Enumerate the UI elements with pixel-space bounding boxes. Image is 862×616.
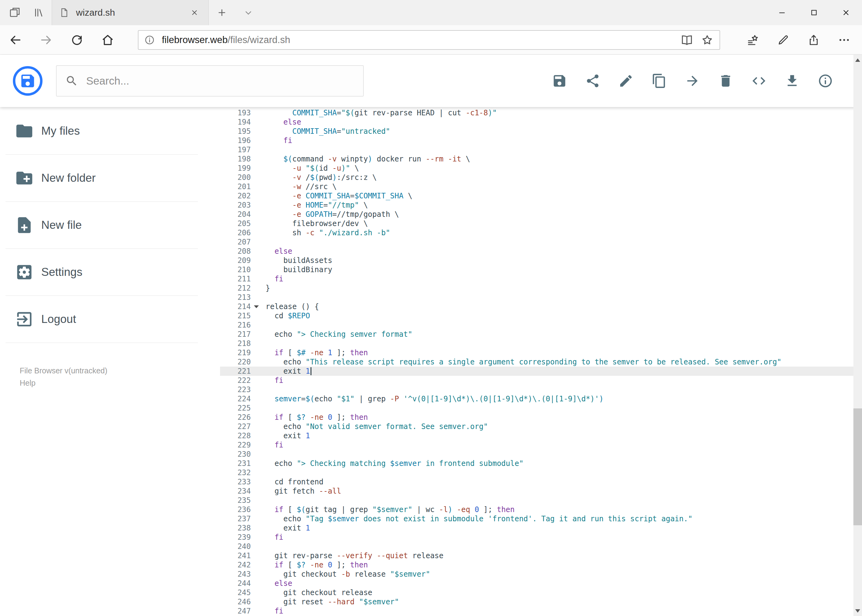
help-link[interactable]: Help — [20, 377, 220, 389]
code-line-202[interactable]: 202 -e COMMIT_SHA=$COMMIT_SHA \ — [220, 191, 862, 201]
scrollbar-thumb[interactable] — [853, 409, 862, 525]
share-page-button[interactable] — [798, 25, 829, 55]
code-line-226[interactable]: 226 if [ $? -ne 0 ]; then — [220, 413, 862, 422]
code-line-233[interactable]: 233 cd frontend — [220, 477, 862, 487]
code-line-196[interactable]: 196 fi — [220, 136, 862, 145]
back-button[interactable] — [0, 25, 31, 55]
code-line-231[interactable]: 231 echo "> Checking matching $semver in… — [220, 459, 862, 468]
code-line-237[interactable]: 237 echo "Tag $semver does not exist in … — [220, 514, 862, 523]
code-line-228[interactable]: 228 exit 1 — [220, 431, 862, 440]
code-line-210[interactable]: 210 buildBinary — [220, 265, 862, 274]
sidebar-item-new-file[interactable]: New file — [0, 202, 220, 248]
new-tab-button[interactable] — [209, 0, 235, 25]
search-input[interactable]: Search... — [56, 65, 364, 97]
code-line-244[interactable]: 244 else — [220, 579, 862, 588]
reading-view-icon[interactable] — [680, 33, 694, 47]
code-line-229[interactable]: 229 fi — [220, 440, 862, 449]
sidebar-item-my-files[interactable]: My files — [0, 108, 220, 154]
code-line-223[interactable]: 223 — [220, 385, 862, 394]
code-line-195[interactable]: 195 COMMIT_SHA="untracked" — [220, 127, 862, 136]
sidebar-item-settings[interactable]: Settings — [0, 249, 220, 295]
browser-tab-active[interactable]: wizard.sh — [52, 0, 209, 25]
tab-close-button[interactable] — [188, 6, 202, 20]
web-note-button[interactable] — [768, 25, 798, 55]
code-line-217[interactable]: 217 echo "> Checking semver format" — [220, 330, 862, 339]
code-line-219[interactable]: 219 if [ $# -ne 1 ]; then — [220, 348, 862, 357]
code-line-227[interactable]: 227 echo "Not valid semver format. See s… — [220, 422, 862, 431]
code-line-213[interactable]: 213 — [220, 293, 862, 302]
code-line-221[interactable]: 221 exit 1 — [220, 366, 862, 376]
code-line-206[interactable]: 206 sh -c "./wizard.sh -b" — [220, 228, 862, 237]
sidebar-item-logout[interactable]: Logout — [0, 296, 220, 343]
refresh-button[interactable] — [61, 25, 92, 55]
forward-arrow-button[interactable] — [683, 71, 702, 90]
code-line-204[interactable]: 204 -e GOPATH=//tmp/gopath \ — [220, 210, 862, 219]
code-line-225[interactable]: 225 — [220, 404, 862, 413]
favorite-star-icon[interactable] — [700, 33, 714, 47]
code-line-209[interactable]: 209 buildAssets — [220, 256, 862, 265]
window-close-button[interactable] — [830, 0, 862, 25]
filebrowser-logo[interactable] — [12, 66, 43, 96]
code-line-200[interactable]: 200 -v /$(pwd):/src:z \ — [220, 173, 862, 182]
code-line-220[interactable]: 220 echo "This release script requires a… — [220, 357, 862, 366]
code-line-199[interactable]: 199 -u "$(id -u)" \ — [220, 163, 862, 173]
code-line-205[interactable]: 205 filebrowser/dev \ — [220, 219, 862, 228]
tabs-preview-button[interactable] — [27, 0, 52, 25]
code-line-234[interactable]: 234 git fetch --all — [220, 487, 862, 496]
address-bar[interactable]: filebrowser.web/files/wizard.sh — [138, 30, 720, 50]
code-line-236[interactable]: 236 if [ $(git tag | grep "$semver" | wc… — [220, 505, 862, 514]
scroll-down-arrow[interactable] — [853, 605, 862, 616]
scroll-up-arrow[interactable] — [853, 55, 862, 65]
code-line-240[interactable]: 240 — [220, 542, 862, 551]
code-line-238[interactable]: 238 exit 1 — [220, 523, 862, 533]
site-info-icon[interactable] — [144, 35, 155, 46]
code-line-197[interactable]: 197 — [220, 145, 862, 154]
code-line-207[interactable]: 207 — [220, 237, 862, 247]
code-line-194[interactable]: 194 else — [220, 118, 862, 127]
code-line-243[interactable]: 243 git checkout -b release "$semver" — [220, 570, 862, 579]
code-line-246[interactable]: 246 git reset --hard "$semver" — [220, 597, 862, 607]
code-line-242[interactable]: 242 if [ $? -ne 0 ]; then — [220, 560, 862, 570]
code-line-203[interactable]: 203 -e HOME="//tmp" \ — [220, 201, 862, 210]
code-line-230[interactable]: 230 — [220, 449, 862, 459]
url-text[interactable]: filebrowser.web/files/wizard.sh — [162, 35, 673, 46]
code-line-215[interactable]: 215 cd $REPO — [220, 311, 862, 321]
code-line-239[interactable]: 239 fi — [220, 533, 862, 542]
code-line-214[interactable]: 214release () { — [220, 302, 862, 311]
hub-button[interactable] — [738, 25, 768, 55]
window-maximize-button[interactable] — [798, 0, 830, 25]
code-line-218[interactable]: 218 — [220, 339, 862, 348]
code-button[interactable] — [749, 71, 769, 90]
code-line-212[interactable]: 212} — [220, 284, 862, 293]
code-line-208[interactable]: 208 else — [220, 247, 862, 256]
delete-button[interactable] — [716, 71, 735, 90]
browser-menu-button[interactable] — [829, 25, 859, 55]
code-line-216[interactable]: 216 — [220, 321, 862, 330]
code-line-247[interactable]: 247 fi — [220, 607, 862, 616]
code-line-245[interactable]: 245 git checkout release — [220, 588, 862, 597]
code-line-241[interactable]: 241 git rev-parse --verify --quiet relea… — [220, 551, 862, 560]
code-line-222[interactable]: 222 fi — [220, 376, 862, 385]
window-minimize-button[interactable] — [766, 0, 798, 25]
info-outline-button[interactable] — [816, 71, 835, 90]
forward-button[interactable] — [31, 25, 61, 55]
edit-button[interactable] — [616, 71, 635, 90]
code-line-235[interactable]: 235 — [220, 496, 862, 505]
copy-button[interactable] — [650, 71, 669, 90]
fold-arrow-icon[interactable] — [251, 302, 266, 311]
save-button[interactable] — [550, 71, 569, 90]
tab-preview-toggle[interactable] — [235, 0, 262, 25]
code-line-224[interactable]: 224 semver=$(echo "$1" | grep -P '^v(0|[… — [220, 394, 862, 404]
sidebar-item-new-folder[interactable]: New folder — [0, 155, 220, 201]
download-button[interactable] — [783, 71, 802, 90]
set-tabs-aside-button[interactable] — [2, 0, 27, 25]
page-scrollbar[interactable] — [853, 55, 862, 616]
share-dots-button[interactable] — [583, 71, 602, 90]
code-editor[interactable]: 193 COMMIT_SHA="$(git rev-parse HEAD | c… — [220, 107, 862, 616]
home-button[interactable] — [92, 25, 123, 55]
code-line-193[interactable]: 193 COMMIT_SHA="$(git rev-parse HEAD | c… — [220, 108, 862, 118]
code-line-211[interactable]: 211 fi — [220, 274, 862, 284]
code-line-201[interactable]: 201 -w //src \ — [220, 182, 862, 191]
code-line-232[interactable]: 232 — [220, 468, 862, 477]
code-line-198[interactable]: 198 $(command -v winpty) docker run --rm… — [220, 154, 862, 163]
